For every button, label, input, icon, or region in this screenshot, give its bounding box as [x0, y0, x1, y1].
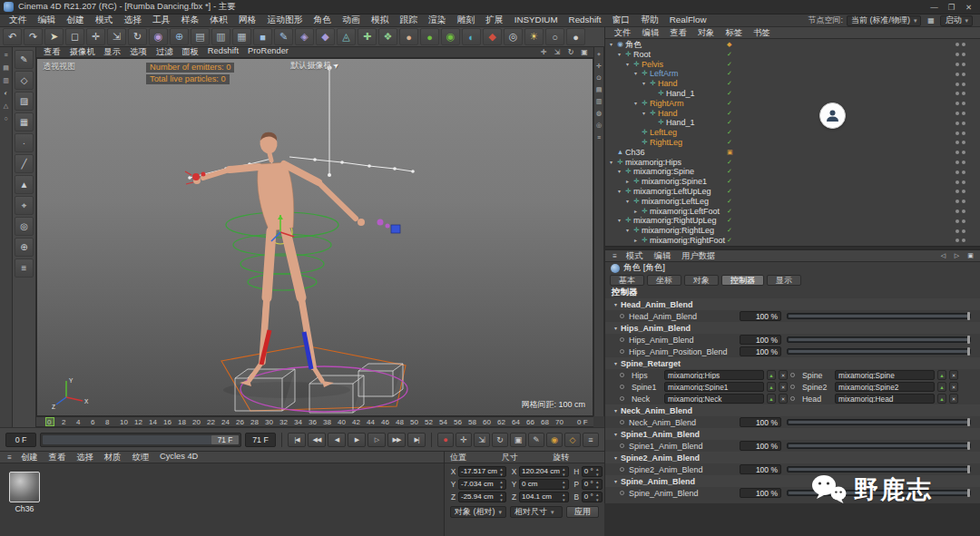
pick-object-icon[interactable]: ▲ [937, 370, 946, 380]
link-field[interactable]: mixamorig:Spine [835, 370, 935, 380]
range-end-grip[interactable]: 71 F [211, 435, 239, 444]
position-field[interactable]: -7.034 cm [458, 479, 506, 490]
rotation-field[interactable]: 0 ° [582, 492, 603, 502]
character-model[interactable] [193, 132, 365, 387]
tree-item-mixamorig-rightupleg[interactable]: ▾ ✛ mixamorig:RightUpLeg ✓ [605, 216, 980, 226]
attribute-tab[interactable]: 基本 [610, 275, 644, 286]
menu-item[interactable]: 模拟 [366, 15, 395, 26]
expand-arrow-icon[interactable]: ▾ [640, 79, 648, 89]
apply-button[interactable]: 应用 [566, 506, 599, 518]
menu-item[interactable]: 角色 [309, 15, 338, 26]
render-visibility-dot[interactable] [962, 43, 965, 46]
field-icon[interactable]: ❖ [378, 28, 397, 45]
next-frame-button[interactable]: ▷ [368, 433, 386, 447]
render-visibility-dot[interactable] [962, 73, 965, 76]
editor-visibility-dot[interactable] [956, 63, 959, 66]
size-field[interactable]: 104.1 cm [519, 492, 569, 502]
keyframe-dot[interactable] [620, 337, 624, 342]
menu-item[interactable]: 选择 [118, 15, 147, 26]
tree-item-mixamorig-leftupleg[interactable]: ▾ ✛ mixamorig:LeftUpLeg ✓ [605, 187, 980, 197]
collapse-arrow-icon[interactable]: ▾ [614, 431, 617, 437]
visibility-dots[interactable] [956, 210, 965, 213]
viewport-menu-item[interactable]: ProRender [243, 46, 293, 58]
link-field[interactable]: mixamorig:Spine1 [664, 382, 764, 392]
frame-number[interactable]: 70 [555, 418, 570, 426]
percent-field[interactable]: 100 % [740, 311, 781, 321]
expand-arrow-icon[interactable]: ▾ [615, 216, 623, 226]
editor-visibility-dot[interactable] [956, 239, 959, 242]
pick-object-icon[interactable]: ▲ [937, 382, 946, 392]
menu-item[interactable]: 模式 [90, 15, 119, 26]
editor-visibility-dot[interactable] [956, 200, 959, 203]
keyframe-dot[interactable] [620, 314, 624, 318]
tag-icon[interactable]: ✓ [727, 216, 732, 226]
frame-number[interactable]: 30 [265, 418, 279, 426]
object-label[interactable]: Hand_1 [666, 118, 695, 128]
hamburger-icon[interactable]: ≡ [609, 250, 621, 261]
menu-item[interactable]: 文件 [4, 15, 33, 26]
viewport-menu-item[interactable]: Redshift [203, 46, 243, 58]
menu-item[interactable]: 扩展 [480, 15, 509, 26]
collapse-arrow-icon[interactable]: ▾ [614, 360, 617, 366]
frame-number[interactable]: 68 [541, 418, 555, 426]
editor-visibility-dot[interactable] [956, 112, 959, 115]
keyframe-dot[interactable] [620, 467, 624, 472]
clear-link-icon[interactable]: ✕ [949, 394, 958, 404]
link-field[interactable]: mixamorig:Neck [664, 394, 764, 404]
render-visibility-dot[interactable] [962, 141, 965, 144]
menu-item[interactable]: 网格 [233, 15, 262, 26]
tree-item-mixamorig-spine1[interactable]: ▸ ✛ mixamorig:Spine1 ✓ [605, 177, 980, 187]
toggle-view-icon[interactable]: ▣ [578, 47, 591, 57]
collapse-arrow-icon[interactable]: ▾ [614, 325, 617, 331]
redo-icon[interactable]: ↷ [24, 28, 43, 45]
object-label[interactable]: Pelvis [642, 60, 663, 70]
rotate-icon[interactable]: ↻ [128, 28, 147, 45]
percent-field[interactable]: 100 % [740, 335, 781, 345]
tree-item-mixamorig-leftleg[interactable]: ▾ ✛ mixamorig:LeftLeg ✓ [605, 197, 980, 207]
editor-visibility-dot[interactable] [956, 83, 959, 86]
visibility-dots[interactable] [956, 141, 965, 144]
group-header[interactable]: ▾Spine1_Anim_Blend [605, 428, 980, 440]
menu-item[interactable]: 样条 [176, 15, 205, 26]
frame-number[interactable]: 66 [526, 418, 541, 426]
history-back-icon[interactable]: ◁ [937, 251, 949, 261]
viewport-menu-item[interactable]: 选项 [125, 46, 152, 58]
expand-arrow-icon[interactable]: ▾ [615, 50, 623, 60]
material-thumbnail[interactable] [9, 472, 40, 502]
render-visibility-dot[interactable] [962, 83, 965, 86]
keyframe-dot[interactable] [790, 385, 795, 389]
percent-field[interactable]: 100 % [740, 464, 781, 474]
frame-number[interactable]: 32 [279, 418, 294, 426]
zoom-view-icon[interactable]: ⇲ [551, 47, 564, 57]
object-label[interactable]: Ch36 [625, 148, 645, 158]
rectangle-selection-icon[interactable]: ◻ [65, 28, 84, 45]
menu-item[interactable]: 渲染 [423, 15, 452, 26]
tree-item-rightleg[interactable]: ✛ RightLeg ✓ [605, 138, 980, 148]
render-visibility-dot[interactable] [962, 171, 965, 174]
layout-a-icon[interactable]: ▤ [1, 63, 11, 73]
frame-number[interactable]: 16 [163, 418, 178, 426]
tree-item-mixamorig-spine[interactable]: ▾ ✛ mixamorig:Spine ✓ [605, 167, 980, 177]
keyframe-dot[interactable] [620, 385, 624, 389]
clear-link-icon[interactable]: ✕ [949, 382, 958, 392]
undo-icon[interactable]: ↶ [3, 28, 22, 45]
light-icon[interactable]: ☀ [524, 28, 544, 45]
attribute-menu-item[interactable]: 编辑 [649, 250, 677, 262]
object-manager-menu-item[interactable]: 书签 [748, 27, 776, 39]
next-key-button[interactable]: ▶▶ [387, 433, 406, 447]
wireframe-boxes[interactable] [235, 364, 403, 413]
menu-item[interactable]: 跟踪 [394, 15, 423, 26]
history-forward-icon[interactable]: ▷ [951, 251, 963, 261]
attribute-menu-item[interactable]: 用户数据 [676, 250, 720, 262]
expand-arrow-icon[interactable]: ▸ [623, 177, 632, 187]
material-menu-item[interactable]: 材质 [99, 452, 127, 463]
cycles4d-icon[interactable]: ◐ [462, 28, 481, 45]
visibility-dots[interactable] [956, 229, 965, 233]
frame-number[interactable]: 4 [76, 418, 91, 426]
expand-arrow-icon[interactable]: ▾ [623, 60, 632, 70]
tree-item-rightarm[interactable]: ▾ ✛ RightArm ✓ [605, 99, 980, 109]
tag-icon[interactable]: ◆ [727, 40, 731, 50]
blend-slider[interactable] [787, 336, 971, 343]
camera-icon[interactable]: ◎ [504, 28, 523, 45]
editor-visibility-dot[interactable] [956, 190, 959, 193]
